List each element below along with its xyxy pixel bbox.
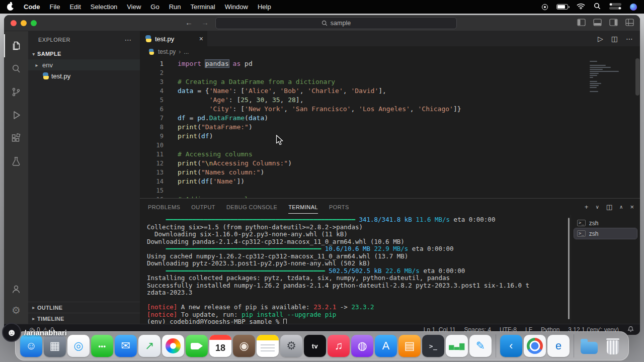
terminal-output[interactable]: ━━━━━━━━━━━━━━━━━━━━━━━━━━━━━━━━━━━━━━━━… <box>140 215 571 324</box>
menu-item-terminal[interactable]: Terminal <box>191 3 215 11</box>
menu-item-code[interactable]: Code <box>24 3 40 11</box>
run-python-file-icon[interactable]: ▷ <box>598 35 603 43</box>
scrollbar-thumb[interactable] <box>635 58 639 96</box>
panel-tab-problems[interactable]: PROBLEMS <box>148 200 180 214</box>
menu-item-selection[interactable]: Selection <box>91 3 117 11</box>
close-window-button[interactable] <box>11 20 17 26</box>
new-terminal-icon[interactable]: + <box>585 203 589 211</box>
dock-downloads-folder-icon[interactable] <box>578 335 600 357</box>
minimize-window-button[interactable] <box>21 20 27 26</box>
close-tab-icon[interactable]: × <box>199 35 203 43</box>
apple-menu-icon[interactable] <box>7 4 14 11</box>
settings-gear-icon[interactable]: ⚙ <box>4 301 28 324</box>
command-center-search[interactable]: sample <box>215 17 457 29</box>
menu-item-edit[interactable]: Edit <box>69 3 80 11</box>
minimap[interactable] <box>588 58 634 95</box>
dock-chrome-icon[interactable] <box>524 335 546 357</box>
breadcrumb[interactable]: test.py › ... <box>140 46 640 57</box>
file-item-env[interactable]: ▸env <box>28 59 140 70</box>
chevron-down-icon: ▾ <box>30 51 37 57</box>
close-panel-icon[interactable]: × <box>630 203 634 211</box>
navigate-forward-button[interactable]: → <box>201 18 209 27</box>
dock-vscode-icon[interactable]: ‹ <box>500 335 522 357</box>
dock-app-store-icon[interactable]: A <box>375 335 397 357</box>
source-control-view-icon[interactable] <box>4 80 28 104</box>
minimap-line <box>590 71 619 72</box>
zoom-window-button[interactable] <box>31 20 37 26</box>
screen-recording-icon[interactable] <box>542 4 548 10</box>
dock-edge-icon[interactable]: e <box>547 335 570 357</box>
menu-item-view[interactable]: View <box>127 3 141 11</box>
section-timeline[interactable]: ▸TIMELINE <box>28 313 140 324</box>
dock-safari-icon[interactable]: ◎ <box>67 335 90 357</box>
dock-maps-icon[interactable]: ↗ <box>138 335 160 357</box>
split-editor-icon[interactable]: ◫ <box>611 35 618 43</box>
run-debug-view-icon[interactable] <box>4 104 28 127</box>
minimap-line <box>590 75 597 76</box>
split-terminal-icon[interactable]: ◫ <box>606 203 612 211</box>
control-center-icon[interactable] <box>609 3 621 11</box>
terminal-profile-dropdown-icon[interactable]: ∨ <box>595 204 599 210</box>
extensions-view-icon[interactable] <box>4 127 28 150</box>
panel-tab-output[interactable]: OUTPUT <box>191 200 215 214</box>
shell-item-1[interactable]: >_zsh <box>574 218 637 228</box>
menu-item-window[interactable]: Window <box>225 3 248 11</box>
breadcrumb-file[interactable]: test.py <box>158 48 176 55</box>
dock-notes-icon[interactable] <box>257 335 279 357</box>
dock-utilities-icon[interactable]: >_ <box>422 335 444 357</box>
menu-item-run[interactable]: Run <box>169 3 181 11</box>
menu-item-help[interactable]: Help <box>258 3 271 11</box>
toggle-primary-sidebar-icon[interactable] <box>577 19 586 26</box>
file-item-test.py[interactable]: test.py <box>28 70 140 81</box>
toggle-panel-icon[interactable] <box>593 19 602 26</box>
menu-item-go[interactable]: Go <box>150 3 159 11</box>
code-editor[interactable]: 12345678910111213141516 import pandas as… <box>140 57 640 198</box>
testing-view-icon[interactable] <box>4 150 28 173</box>
navigate-back-button[interactable]: ← <box>185 18 193 27</box>
dock-system-settings-icon[interactable]: ⚙ <box>280 335 302 357</box>
dock-music-icon[interactable]: ♫ <box>328 335 350 357</box>
search-view-icon[interactable] <box>4 57 28 80</box>
dock-freeform-icon[interactable]: ✎ <box>469 335 492 357</box>
shell-item-2[interactable]: >_zsh <box>574 228 637 239</box>
battery-icon[interactable] <box>556 4 568 10</box>
customize-layout-icon[interactable] <box>625 19 634 26</box>
dock-calendar-icon[interactable]: 18 <box>209 335 231 357</box>
panel-tab-debug-console[interactable]: DEBUG CONSOLE <box>226 200 277 214</box>
explorer-actions-icon[interactable]: ⋯ <box>125 36 132 44</box>
dock-separator <box>496 334 496 357</box>
minimap-line <box>590 69 603 70</box>
menu-item-file[interactable]: File <box>50 3 60 11</box>
dock-trash-icon[interactable] <box>602 335 624 357</box>
dock-tv-icon[interactable]: tv <box>304 335 326 357</box>
dock-photos-icon[interactable] <box>162 335 184 357</box>
maximize-panel-icon[interactable]: ∧ <box>619 204 623 210</box>
spotlight-search-icon[interactable] <box>594 3 601 11</box>
dock-podcasts-icon[interactable]: ◍ <box>351 335 373 357</box>
terminal-scrollbar[interactable] <box>568 218 570 319</box>
accounts-icon[interactable] <box>4 278 28 301</box>
tab-test-py[interactable]: test.py × <box>140 31 207 46</box>
line-number-11: 11 <box>140 150 164 159</box>
dock-photo-booth-icon[interactable]: ◉ <box>233 335 255 357</box>
panel-tab-terminal[interactable]: TERMINAL <box>288 200 318 214</box>
toggle-secondary-sidebar-icon[interactable] <box>609 19 618 26</box>
wifi-icon[interactable] <box>577 3 585 11</box>
dock-mail-icon[interactable]: ✉ <box>115 335 137 357</box>
dock-facetime-icon[interactable] <box>186 335 208 357</box>
code-line-14: print(df['Name']) <box>178 177 640 186</box>
channel-name: /arianabhari <box>24 328 67 337</box>
dock-numbers-icon[interactable]: ▅▃▇ <box>446 335 468 357</box>
siri-icon[interactable] <box>630 4 637 11</box>
dock-messages-icon[interactable]: ••• <box>91 335 113 357</box>
project-section-header[interactable]: ▾ SAMPLE <box>28 48 140 59</box>
more-actions-icon[interactable]: ⋯ <box>626 35 633 43</box>
line-number-15: 15 <box>140 186 164 195</box>
explorer-view-icon[interactable] <box>4 34 28 57</box>
breadcrumb-symbol[interactable]: ... <box>184 48 189 55</box>
editor-scrollbar[interactable] <box>635 57 640 198</box>
panel-tab-ports[interactable]: PORTS <box>329 200 349 214</box>
dock-books-icon[interactable]: ▤ <box>398 335 421 357</box>
notifications-bell-icon[interactable] <box>627 326 634 334</box>
section-outline[interactable]: ▸OUTLINE <box>28 302 140 313</box>
